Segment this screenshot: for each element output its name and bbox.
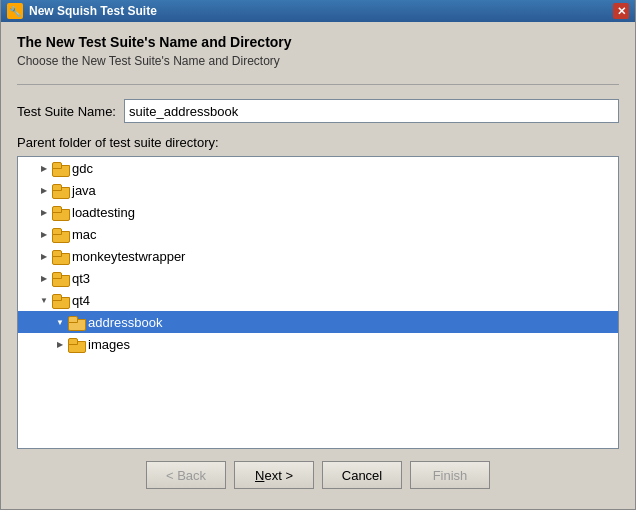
tree-expand-loadtesting	[38, 206, 50, 218]
separator	[17, 84, 619, 85]
folder-icon-java	[52, 183, 68, 197]
tree-label-monkeytestwrapper: monkeytestwrapper	[72, 249, 185, 264]
tree-expand-qt4	[38, 294, 50, 306]
button-bar: < Back Next > Cancel Finish	[17, 449, 619, 497]
window-title: New Squish Test Suite	[29, 4, 613, 18]
tree-expand-mac	[38, 228, 50, 240]
section-title: The New Test Suite's Name and Directory	[17, 34, 619, 50]
tree-label-loadtesting: loadtesting	[72, 205, 135, 220]
main-window: 🔧 New Squish Test Suite ✕ The New Test S…	[0, 0, 636, 510]
folder-label: Parent folder of test suite directory:	[17, 135, 619, 150]
tree-item-monkeytestwrapper[interactable]: monkeytestwrapper	[18, 245, 618, 267]
tree-label-images: images	[88, 337, 130, 352]
tree-label-qt3: qt3	[72, 271, 90, 286]
finish-button[interactable]: Finish	[410, 461, 490, 489]
next-button[interactable]: Next >	[234, 461, 314, 489]
tree-item-addressbook[interactable]: addressbook	[18, 311, 618, 333]
tree-item-gdc[interactable]: gdc	[18, 157, 618, 179]
tree-expand-images	[54, 338, 66, 350]
tree-item-images[interactable]: images	[18, 333, 618, 355]
folder-icon-qt3	[52, 271, 68, 285]
tree-item-java[interactable]: java	[18, 179, 618, 201]
folder-icon-images	[68, 337, 84, 351]
section-subtitle: Choose the New Test Suite's Name and Dir…	[17, 54, 619, 68]
app-icon: 🔧	[7, 3, 23, 19]
tree-expand-addressbook	[54, 316, 66, 328]
back-button[interactable]: < Back	[146, 461, 226, 489]
folder-tree-container: gdc java loadtesting ma	[17, 156, 619, 449]
folder-icon-addressbook	[68, 315, 84, 329]
suite-name-row: Test Suite Name:	[17, 99, 619, 123]
suite-name-input[interactable]	[124, 99, 619, 123]
close-button[interactable]: ✕	[613, 3, 629, 19]
tree-item-mac[interactable]: mac	[18, 223, 618, 245]
tree-item-qt3[interactable]: qt3	[18, 267, 618, 289]
title-bar: 🔧 New Squish Test Suite ✕	[1, 0, 635, 22]
tree-item-qt4[interactable]: qt4	[18, 289, 618, 311]
tree-label-addressbook: addressbook	[88, 315, 162, 330]
tree-item-loadtesting[interactable]: loadtesting	[18, 201, 618, 223]
cancel-button[interactable]: Cancel	[322, 461, 402, 489]
suite-name-label: Test Suite Name:	[17, 104, 116, 119]
tree-label-gdc: gdc	[72, 161, 93, 176]
folder-icon-gdc	[52, 161, 68, 175]
tree-label-qt4: qt4	[72, 293, 90, 308]
folder-icon-qt4	[52, 293, 68, 307]
folder-icon-monkeytestwrapper	[52, 249, 68, 263]
content-area: The New Test Suite's Name and Directory …	[1, 22, 635, 509]
folder-tree-scroll[interactable]: gdc java loadtesting ma	[18, 157, 618, 448]
tree-expand-monkeytestwrapper	[38, 250, 50, 262]
tree-expand-gdc	[38, 162, 50, 174]
tree-expand-java	[38, 184, 50, 196]
tree-expand-qt3	[38, 272, 50, 284]
folder-icon-mac	[52, 227, 68, 241]
tree-label-mac: mac	[72, 227, 97, 242]
tree-label-java: java	[72, 183, 96, 198]
folder-icon-loadtesting	[52, 205, 68, 219]
